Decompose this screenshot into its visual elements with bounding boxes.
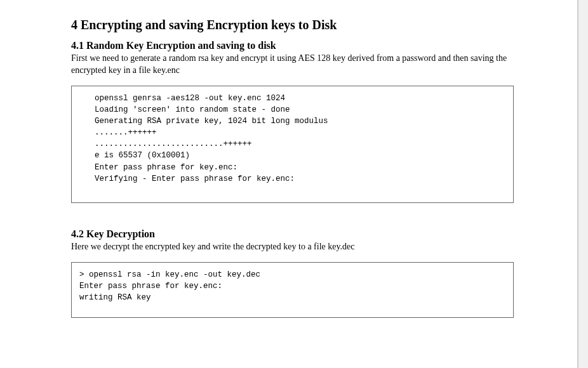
- section-heading: 4 Encrypting and saving Encryption keys …: [71, 18, 514, 32]
- subsection-heading-2: 4.2 Key Decryption: [71, 228, 514, 240]
- code-block-2: > openssl rsa -in key.enc -out key.dec E…: [71, 262, 514, 318]
- paragraph-1: First we need to generate a random rsa k…: [71, 53, 514, 77]
- paragraph-2: Here we decrypt the encrypted key and wr…: [71, 241, 514, 253]
- page-margin: [578, 0, 588, 368]
- document-page: 4 Encrypting and saving Encryption keys …: [0, 0, 578, 368]
- code-block-1: openssl genrsa -aes128 -out key.enc 1024…: [71, 86, 514, 203]
- subsection-heading-1: 4.1 Random Key Encryption and saving to …: [71, 40, 514, 51]
